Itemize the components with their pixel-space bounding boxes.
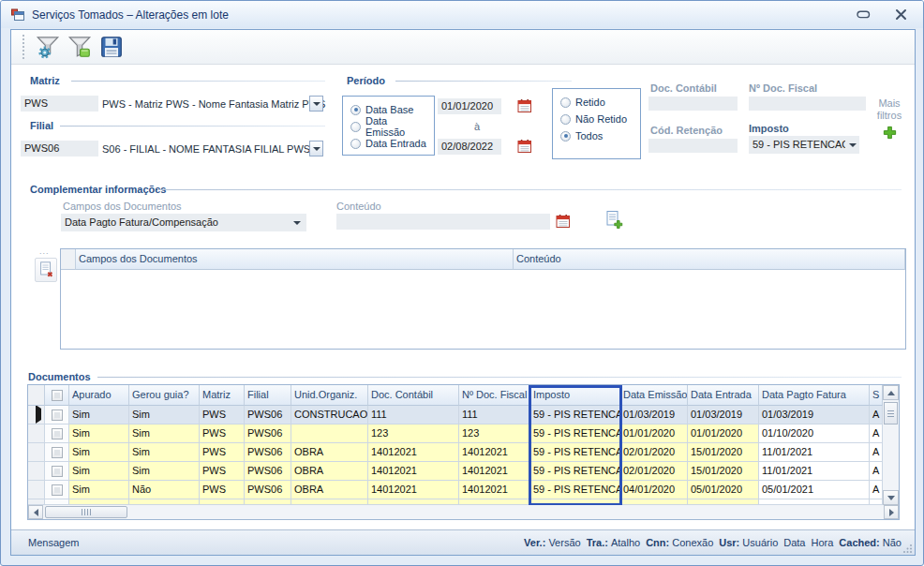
documentos-header-indicator[interactable] [28, 385, 45, 406]
cell-apurado[interactable]: Sim [69, 424, 129, 443]
cell-n-doc-fiscal[interactable]: 111 [459, 406, 530, 424]
cell-doc-contabil[interactable]: 14012021 [368, 443, 459, 462]
campos-documentos-dropdown[interactable]: Data Pagto Fatura/Compensação [61, 214, 306, 231]
date-from-calendar-button[interactable] [517, 98, 532, 113]
scroll-right-button[interactable] [884, 505, 899, 519]
cell-gerou-guia-[interactable]: Sim [129, 443, 200, 462]
documentos-header-doc-contabil[interactable]: Doc. Contábil [368, 385, 459, 406]
cell-n-doc-fiscal[interactable]: 14012021 [459, 481, 530, 499]
horizontal-scrollbar[interactable] [28, 505, 899, 519]
cell-s[interactable]: A [870, 443, 883, 462]
toolbar-grip[interactable] [22, 35, 24, 59]
title-bar[interactable]: Serviços Tomados – Alterações em lote [1, 1, 923, 28]
scroll-down-button[interactable] [883, 490, 899, 505]
cell-data-entrada[interactable]: 01/03/2019 [688, 406, 759, 424]
cell-matriz[interactable]: PWS [200, 462, 245, 481]
cell-gerou-guia-[interactable]: Sim [129, 424, 200, 443]
matriz-code-field[interactable]: PWS [21, 96, 98, 112]
cell-matriz[interactable]: PWS [200, 481, 245, 499]
documentos-header-data-emissao[interactable]: Data Emissão [620, 385, 688, 406]
cell-data-emissao[interactable]: 04/01/2020 [620, 481, 688, 499]
minimize-icon[interactable] [856, 8, 871, 22]
cell-s[interactable]: A [870, 424, 883, 443]
cell-data-pagto-fatura[interactable]: 01/10/2020 [759, 424, 870, 443]
cell-n-doc-fiscal[interactable]: 123 [459, 424, 530, 443]
date-to-calendar-button[interactable] [517, 139, 532, 154]
imposto-dropdown-arrow[interactable] [845, 136, 859, 154]
cell-n-doc-fiscal[interactable]: 14012021 [459, 462, 530, 481]
cell-matriz[interactable]: PWS [200, 406, 245, 424]
horizontal-scroll-thumb[interactable] [45, 506, 127, 518]
documentos-header-gerou-guia-[interactable]: Gerou guia? [129, 385, 200, 406]
campos-header-indicator[interactable] [61, 249, 76, 270]
cell-data-pagto-fatura[interactable]: 01/03/2019 [759, 406, 870, 424]
table-row[interactable]: SimSimPWSPWS06OBRA140120211401202159 - P… [28, 443, 899, 462]
num-doc-fiscal-field[interactable] [749, 97, 866, 111]
table-row[interactable]: SimSimPWSPWS06OBRA140120211401202159 - P… [28, 462, 899, 481]
radio-periodo-data-base[interactable]: Data Base [350, 103, 426, 116]
radio-retencao-nao-retido[interactable]: Não Retido [560, 112, 633, 126]
cell-data-entrada[interactable]: 01/01/2020 [688, 424, 759, 443]
cell-apurado[interactable]: Sim [69, 462, 129, 481]
cell-s[interactable]: A [870, 481, 883, 499]
date-from-field[interactable]: 01/01/2020 [438, 98, 501, 114]
cell-data-emissao[interactable]: 02/01/2020 [620, 462, 688, 481]
table-row[interactable]: SimSimPWSPWS06CONSTRUCAO11111159 - PIS R… [28, 406, 899, 424]
radio-periodo-data-emissao[interactable]: Data Emissão [350, 120, 426, 133]
close-icon[interactable] [893, 8, 908, 22]
vertical-scroll-thumb[interactable] [884, 402, 898, 424]
documentos-header-apurado[interactable]: Apurado [69, 385, 129, 406]
cell-gerou-guia-[interactable]: Não [129, 481, 200, 499]
cell-imposto[interactable]: 59 - PIS RETENCAO [530, 443, 620, 462]
cell-unid-organiz-[interactable]: CONSTRUCAO [291, 406, 368, 424]
cell-data-emissao[interactable]: 02/01/2020 [620, 443, 688, 462]
cell-imposto[interactable]: 59 - PIS RETENCAO [530, 406, 620, 424]
cell-unid-organiz-[interactable] [291, 424, 368, 443]
cell-doc-contabil[interactable]: 111 [368, 406, 459, 424]
cell-filial[interactable]: PWS06 [245, 443, 291, 462]
row-indicator[interactable] [28, 443, 45, 462]
cell-apurado[interactable]: Sim [69, 406, 129, 424]
more-filters-button[interactable] [862, 125, 917, 143]
conteudo-calendar-button[interactable] [556, 214, 571, 229]
row-checkbox-cell[interactable] [45, 406, 69, 424]
campos-dropdown-arrow[interactable] [290, 214, 304, 231]
delete-record-button[interactable] [35, 258, 57, 282]
row-indicator[interactable] [28, 481, 45, 499]
campos-grid-body[interactable] [61, 270, 905, 350]
cell-apurado[interactable]: Sim [69, 481, 129, 499]
matriz-dropdown-button[interactable] [309, 96, 323, 112]
cell-imposto[interactable]: 59 - PIS RETENCAO [530, 424, 620, 443]
resize-grip-icon[interactable] [903, 544, 913, 553]
cell-doc-contabil[interactable]: 14012021 [368, 462, 459, 481]
cell-data-pagto-fatura[interactable]: 11/01/2021 [759, 443, 870, 462]
cell-gerou-guia-[interactable]: Sim [129, 406, 200, 424]
scroll-left-button[interactable] [28, 505, 43, 519]
radio-retencao-todos[interactable]: Todos [560, 129, 633, 142]
documentos-header-data-entrada[interactable]: Data Entrada [688, 385, 759, 406]
imposto-dropdown[interactable]: 59 - PIS RETENCAO [749, 136, 845, 154]
cod-retencao-field[interactable] [648, 139, 738, 153]
cell-unid-organiz-[interactable]: OBRA [291, 462, 368, 481]
cell-filial[interactable]: PWS06 [245, 481, 291, 499]
campos-header-campos-dos-documentos[interactable]: Campos dos Documentos [76, 249, 514, 270]
cell-data-entrada[interactable]: 05/01/2020 [688, 481, 759, 499]
documentos-header-select-all[interactable] [45, 385, 69, 406]
cell-filial[interactable]: PWS06 [245, 406, 291, 424]
cell-matriz[interactable]: PWS [200, 443, 245, 462]
radio-retencao-retido[interactable]: Retido [560, 96, 633, 109]
filter-settings-button[interactable] [34, 33, 62, 61]
cell-doc-contabil[interactable]: 123 [368, 424, 459, 443]
filial-dropdown-button[interactable] [309, 141, 323, 156]
filter-clear-button[interactable] [66, 33, 94, 61]
save-button[interactable] [97, 33, 126, 61]
cell-filial[interactable]: PWS06 [245, 462, 291, 481]
row-checkbox-cell[interactable] [45, 424, 69, 443]
cell-s[interactable]: A [870, 462, 883, 481]
row-indicator[interactable] [28, 462, 45, 481]
table-row[interactable]: SimNãoPWSPWS06OBRA140120211401202159 - P… [28, 481, 899, 499]
documentos-header-n-doc-fiscal[interactable]: Nº Doc. Fiscal [459, 385, 530, 406]
scroll-up-button[interactable] [883, 385, 899, 400]
cell-data-emissao[interactable]: 01/01/2020 [620, 424, 688, 443]
cell-n-doc-fiscal[interactable]: 14012021 [459, 443, 530, 462]
